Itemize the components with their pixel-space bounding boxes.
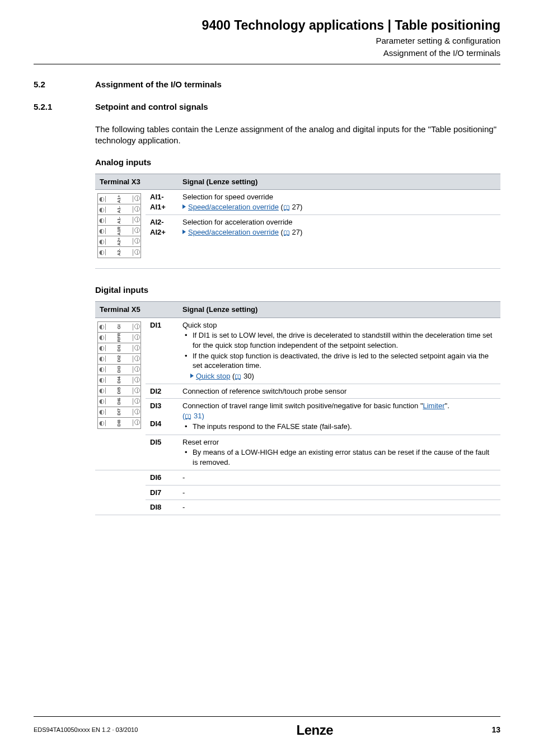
analog-heading: Analog inputs — [95, 157, 500, 168]
section-5-2: 5.2 Assignment of the I/O terminals — [34, 79, 500, 90]
digital-heading: Digital inputs — [95, 284, 500, 296]
triangle-icon — [190, 374, 194, 378]
section-title: Setpoint and control signals — [95, 101, 208, 113]
footer-rule — [34, 716, 500, 717]
row-id: AI2- — [150, 218, 164, 226]
triangle-icon — [182, 204, 186, 209]
brand-logo: Lenze — [297, 721, 334, 739]
row-id: AI2+ — [150, 228, 166, 236]
terminal-x5-diagram: ◐GI ◐RFR ◐DI1 ◐DI2 ◐DI3 ◐DI4 ◐DI5 ◐DI6 ◐… — [97, 321, 141, 429]
page-ref: (🕮 30) — [232, 372, 254, 380]
list-item: The inputs respond to the FALSE state (f… — [190, 422, 496, 432]
analog-table: Terminal X3 Signal (Lenze setting) ◐A1+ … — [95, 174, 500, 269]
digital-table: Terminal X5 Signal (Lenze setting) ◐GI ◐… — [95, 301, 500, 515]
section-title: Assignment of the I/O terminals — [95, 79, 222, 90]
row-id: DI6 — [146, 470, 178, 486]
header-sub2: Assignment of the I/O terminals — [34, 48, 500, 59]
row-id: AI1+ — [150, 203, 166, 211]
list-item: If DI1 is set to LOW level, the drive is… — [190, 330, 496, 350]
speed-override-link[interactable]: Speed/acceleration override — [188, 203, 279, 211]
intro-paragraph: The following tables contain the Lenze a… — [95, 124, 500, 147]
row-text: Connection of reference switch/touch pro… — [178, 384, 500, 399]
book-icon: 🕮 — [283, 203, 290, 212]
row-desc: Selection for acceleration override — [182, 218, 293, 226]
triangle-icon — [182, 230, 186, 234]
th-signal: Signal (Lenze setting) — [178, 302, 500, 318]
quick-stop-link[interactable]: Quick stop — [196, 372, 230, 380]
book-icon: 🕮 — [185, 412, 191, 421]
page-header: 9400 Technology applications | Table pos… — [34, 17, 500, 59]
th-terminal: Terminal X5 — [95, 302, 178, 318]
book-icon: 🕮 — [283, 228, 290, 237]
table-row: ◐A1+ ◐A1- ◐A1- ◐A1R ◐A2+ ◐A2- AI1- AI1+ — [95, 190, 500, 215]
row-id: DI2 — [146, 384, 178, 399]
page-ref: (🕮 31) — [182, 412, 204, 420]
speed-override-link[interactable]: Speed/acceleration override — [188, 228, 279, 236]
table-row: DI7 - — [95, 485, 500, 500]
row-text: - — [178, 500, 500, 515]
table-row: DI5 Reset error By means of a LOW-HIGH e… — [95, 435, 500, 470]
th-signal: Signal (Lenze setting) — [178, 174, 500, 190]
table-row: DI8 - — [95, 500, 500, 515]
section-5-2-1: 5.2.1 Setpoint and control signals — [34, 101, 500, 113]
row-title: Reset error — [182, 438, 219, 446]
section-number: 5.2.1 — [34, 101, 95, 113]
table-row: ◐GI ◐RFR ◐DI1 ◐DI2 ◐DI3 ◐DI4 ◐DI5 ◐DI6 ◐… — [95, 318, 500, 384]
th-terminal: Terminal X3 — [95, 174, 178, 190]
page-title: 9400 Technology applications | Table pos… — [34, 17, 500, 34]
list-item: By means of a LOW-HIGH edge an existing … — [190, 447, 496, 467]
table-row: DI3 Connection of travel range limit swi… — [95, 399, 500, 417]
row-id: DI7 — [146, 485, 178, 500]
page-number: 13 — [491, 725, 500, 735]
section-number: 5.2 — [34, 79, 95, 90]
table-row: AI2- AI2+ Selection for acceleration ove… — [95, 215, 500, 269]
row-id: DI5 — [146, 435, 178, 470]
page-footer: EDS94TA10050xxxx EN 1.2 · 03/2010 Lenze … — [34, 716, 500, 739]
row-desc: Selection for speed override — [182, 193, 273, 201]
header-rule — [34, 64, 500, 64]
row-title: Quick stop — [182, 321, 217, 329]
header-sub1: Parameter setting & configuration — [34, 35, 500, 46]
row-id: DI3 — [146, 399, 178, 417]
row-text: Connection of travel range limit switch … — [182, 402, 449, 410]
row-id: DI8 — [146, 500, 178, 515]
row-id: AI1- — [150, 193, 164, 201]
table-row: DI2 Connection of reference switch/touch… — [95, 384, 500, 399]
footer-doc-id: EDS94TA10050xxxx EN 1.2 · 03/2010 — [34, 726, 138, 734]
terminal-x3-diagram: ◐A1+ ◐A1- ◐A1- ◐A1R ◐A2+ ◐A2- — [97, 193, 141, 258]
table-row: DI6 - — [95, 470, 500, 486]
book-icon: 🕮 — [235, 372, 241, 381]
page-ref: (🕮 27) — [281, 228, 303, 236]
list-item: If the quick stop function is deactivate… — [190, 351, 496, 371]
row-text: - — [178, 485, 500, 500]
page-ref: (🕮 27) — [281, 203, 303, 211]
row-id: DI4 — [146, 417, 178, 435]
limiter-link[interactable]: Limiter — [423, 402, 445, 410]
row-text: - — [178, 470, 500, 486]
row-id: DI1 — [146, 318, 178, 384]
